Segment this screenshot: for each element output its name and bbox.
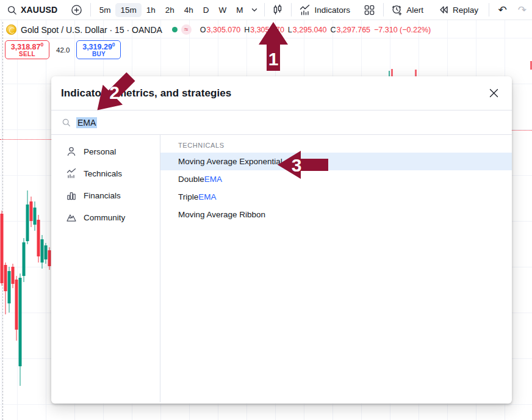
category-financials[interactable]: Financials xyxy=(51,184,160,206)
category-label: Personal xyxy=(84,147,116,156)
search-icon xyxy=(62,118,71,127)
community-icon xyxy=(66,212,77,223)
timeframe-D[interactable]: D xyxy=(198,3,214,17)
financials-icon xyxy=(66,190,77,201)
alert-clock-icon xyxy=(391,4,403,16)
results-panel: TECHNICALS Moving Average ExponentialDou… xyxy=(160,135,512,402)
chart-style-button[interactable] xyxy=(268,2,287,18)
timeframe-W[interactable]: W xyxy=(214,3,232,17)
alert-label: Alert xyxy=(406,5,423,15)
timeframe-2h[interactable]: 2h xyxy=(160,3,179,17)
category-personal[interactable]: Personal xyxy=(51,140,160,162)
timeframe-5m[interactable]: 5m xyxy=(95,3,116,17)
indicators-label: Indicators xyxy=(314,5,350,15)
close-value: 3,297.765 xyxy=(336,26,370,34)
search-icon xyxy=(7,5,17,15)
ohlc-values: O3,305.070 H3,305.070 L3,295.040 C3,297.… xyxy=(200,26,431,34)
replay-rewind-icon xyxy=(438,4,449,15)
layout-grid-button[interactable] xyxy=(359,2,379,18)
compare-add-symbol-button[interactable] xyxy=(66,2,87,18)
undo-icon[interactable]: ↶ xyxy=(492,2,512,18)
replay-button[interactable]: Replay xyxy=(434,2,483,18)
indicator-search-input[interactable]: EMA xyxy=(51,110,512,135)
close-button[interactable] xyxy=(486,86,501,101)
indicator-name: Triple xyxy=(178,192,198,201)
add-symbol-icon xyxy=(71,4,82,16)
indicator-result-row[interactable]: Triple EMA xyxy=(160,188,512,206)
category-label: Community xyxy=(84,213,125,222)
symbol-title[interactable]: Gold Spot / U.S. Dollar · 15 · OANDA xyxy=(21,25,162,35)
indicator-name: Moving Average Ribbon xyxy=(178,210,265,219)
timeframe-M[interactable]: M xyxy=(231,3,248,17)
close-icon xyxy=(489,88,499,98)
category-label: Technicals xyxy=(84,169,122,178)
indicator-name: Moving Average Exponential xyxy=(178,157,282,166)
timeframe-15m[interactable]: 15m xyxy=(115,3,141,17)
tradingview-app: { "toolbar": { "symbol": "XAUUSD", "time… xyxy=(0,0,532,420)
redo-icon[interactable]: ↷ xyxy=(512,2,532,18)
indicator-name: Double xyxy=(178,175,204,184)
category-community[interactable]: Community xyxy=(51,206,160,228)
chevron-down-icon xyxy=(251,6,258,13)
candlestick-style-icon xyxy=(272,4,283,15)
timeframe-more-button[interactable] xyxy=(248,4,261,16)
dialog-title: Indicators, metrics, and strategies xyxy=(61,87,231,100)
gold-symbol-icon xyxy=(6,24,16,35)
change-value: −7.310 (−0.22%) xyxy=(374,26,431,34)
timeframe-group: 5m15m1h2h4hDWM xyxy=(95,3,248,17)
replay-label: Replay xyxy=(453,5,478,15)
alert-button[interactable]: Alert xyxy=(387,2,428,18)
indicator-result-row[interactable]: Moving Average Exponential xyxy=(160,153,512,170)
top-toolbar: XAUUSD 5m15m1h2h4hDWM Indicators xyxy=(0,0,532,20)
candle-tip xyxy=(415,70,417,76)
buy-button[interactable]: 3,319.290 BUY xyxy=(76,40,121,59)
delayed-data-badge: ≈ xyxy=(181,24,192,35)
search-match-text: EMA xyxy=(198,192,216,201)
category-sidebar: PersonalTechnicalsFinancialsCommunity xyxy=(51,135,160,402)
symbol-search-button[interactable]: XAUUSD xyxy=(2,2,62,18)
layout-grid-icon xyxy=(364,4,375,16)
price-level-line-right xyxy=(512,130,532,131)
symbol-name: XAUUSD xyxy=(21,5,57,15)
category-label: Financials xyxy=(84,191,121,200)
open-value: 3,305.070 xyxy=(207,26,241,34)
candlestick-series xyxy=(0,0,56,420)
high-value: 3,305.070 xyxy=(250,26,284,34)
low-value: 3,295.040 xyxy=(293,26,327,34)
results-section-header: TECHNICALS xyxy=(160,142,512,149)
timeframe-4h[interactable]: 4h xyxy=(179,3,198,17)
candle-tip xyxy=(391,69,393,76)
timeframe-1h[interactable]: 1h xyxy=(142,3,160,17)
category-technicals[interactable]: Technicals xyxy=(51,162,160,184)
person-icon xyxy=(66,146,77,157)
search-query-selected-text: EMA xyxy=(76,117,97,128)
technicals-icon xyxy=(66,168,77,179)
spread-value: 42.0 xyxy=(56,46,70,54)
indicator-result-row[interactable]: Double EMA xyxy=(160,170,512,188)
indicators-dialog: Indicators, metrics, and strategies EMA … xyxy=(51,76,512,404)
indicators-button[interactable]: Indicators xyxy=(295,2,354,18)
chart-legend: Gold Spot / U.S. Dollar · 15 · OANDA ≈ O… xyxy=(6,24,431,35)
trade-panel: 3,318.870 SELL 42.0 3,319.290 BUY xyxy=(5,40,121,59)
indicators-icon xyxy=(299,4,311,16)
indicator-result-row[interactable]: Moving Average Ribbon xyxy=(160,206,512,223)
sell-button[interactable]: 3,318.870 SELL xyxy=(5,40,49,59)
candle-tip xyxy=(389,71,390,76)
search-match-text: EMA xyxy=(204,175,222,184)
market-open-dot xyxy=(172,27,178,32)
